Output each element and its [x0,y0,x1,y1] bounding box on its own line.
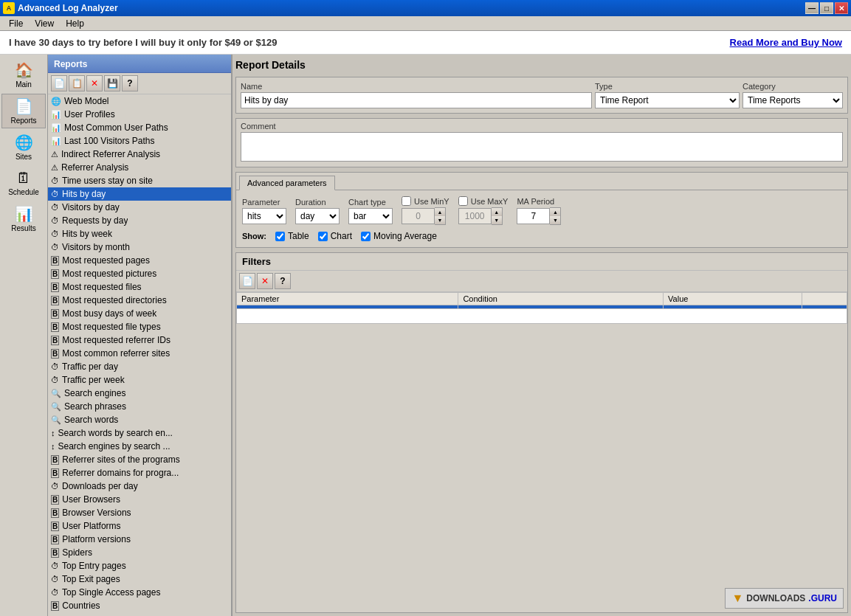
category-select[interactable]: Time Reports Traffic Reports Search Repo… [743,92,843,108]
report-item-search-words-by-search[interactable]: ↕ Search words by search en... [48,426,231,440]
use-max-y-checkbox[interactable] [458,196,468,206]
copy-report-button[interactable]: 📋 [69,75,85,91]
delete-report-button[interactable]: ✕ [86,75,103,91]
max-y-up-button[interactable]: ▲ [492,208,502,216]
sidebar-item-schedule[interactable]: 🗓 Schedule [1,166,46,200]
menu-file[interactable]: File [3,17,29,30]
report-item-most-requested-pages[interactable]: B Most requested pages [48,254,231,267]
search-words-icon: 🔍 [51,415,61,425]
sidebar-item-main[interactable]: 🏠 Main [1,58,46,92]
col-extra [802,293,847,305]
ma-period-spinner: 7 ▲ ▼ [517,207,561,225]
report-item-browser-versions[interactable]: B Browser Versions [48,506,231,519]
show-moving-avg-checkbox[interactable] [361,232,371,241]
chart-type-label: Chart type [348,198,393,207]
min-y-up-button[interactable]: ▲ [435,208,445,216]
report-item-most-requested-pictures[interactable]: B Most requested pictures [48,267,231,280]
report-item-spiders[interactable]: B Spiders [48,546,231,559]
ma-period-up-button[interactable]: ▲ [550,208,560,216]
maximize-button[interactable]: □ [820,2,833,14]
report-item-user-browsers[interactable]: B User Browsers [48,493,231,506]
show-moving-avg-label: Moving Average [373,231,437,241]
parameter-select[interactable]: hits visitors requests [242,208,286,224]
add-filter-button[interactable]: 📄 [239,273,255,289]
min-y-down-button[interactable]: ▼ [435,216,445,224]
sidebar-item-sites[interactable]: 🌐 Sites [1,130,46,165]
report-item-time-users-stay[interactable]: ⏱ Time users stay on site [48,174,231,187]
indirect-referrer-icon: ⚠ [51,150,58,159]
sidebar-item-results[interactable]: 📊 Results [1,201,46,236]
delete-filter-button[interactable]: ✕ [257,273,273,289]
report-item-web-model[interactable]: 🌐 Web Model [48,94,231,108]
user-platforms-icon: B [51,522,59,531]
minimize-button[interactable]: — [805,2,819,14]
max-y-down-button[interactable]: ▼ [492,216,502,224]
use-min-y-checkbox[interactable] [402,196,411,206]
show-table-checkbox[interactable] [275,232,285,241]
results-label: Results [11,224,35,232]
report-item-referrer-sites-programs[interactable]: B Referrer sites of the programs [48,453,231,466]
report-item-most-requested-files[interactable]: B Most requested files [48,280,231,294]
report-item-platform-versions[interactable]: B Platform versions [48,533,231,546]
top-entry-pages-icon: ⏱ [51,561,59,570]
report-item-top-single-access[interactable]: ⏱ Top Single Access pages [48,586,231,599]
col-value: Value [664,293,802,305]
show-chart-checkbox[interactable] [318,232,328,241]
max-y-group: Use MaxY 1000 ▲ ▼ [458,196,509,225]
report-item-search-phrases[interactable]: 🔍 Search phrases [48,400,231,413]
min-y-input[interactable]: 0 [402,208,435,224]
new-report-button[interactable]: 📄 [51,75,67,91]
traffic-per-week-icon: ⏱ [51,376,59,384]
report-item-last-100-visitors[interactable]: 📊 Last 100 Visitors Paths [48,134,231,148]
name-input[interactable] [241,92,592,108]
report-item-requests-by-day[interactable]: ⏱ Requests by day [48,214,231,227]
report-item-hits-by-week[interactable]: ⏱ Hits by week [48,227,231,240]
report-item-search-engines[interactable]: 🔍 Search engines [48,387,231,400]
report-item-top-entry-pages[interactable]: ⏱ Top Entry pages [48,559,231,572]
menu-help[interactable]: Help [60,17,90,30]
report-item-most-requested-dirs[interactable]: B Most requested directories [48,294,231,307]
sidebar-item-reports[interactable]: 📄 Reports [1,94,46,128]
ma-period-input[interactable]: 7 [517,208,550,224]
report-item-indirect-referrer[interactable]: ⚠ Indirect Referrer Analysis [48,148,231,161]
ma-period-down-button[interactable]: ▼ [550,216,560,224]
max-y-input[interactable]: 1000 [458,208,492,224]
report-item-most-common-referrer-sites[interactable]: B Most common referrer sites [48,347,231,360]
menu-view[interactable]: View [29,17,60,30]
report-item-downloads-per-day[interactable]: ⏱ Downloads per day [48,480,231,493]
save-report-button[interactable]: 💾 [104,75,120,91]
report-item-user-profiles[interactable]: 📊 User Profiles [48,108,231,121]
report-item-visitors-by-day[interactable]: ⏱ Visitors by day [48,201,231,214]
help-report-button[interactable]: ? [122,75,138,91]
advanced-parameters-tab[interactable]: Advanced parameters [239,176,335,190]
report-item-referrer-domains-programs[interactable]: B Referrer domains for progra... [48,466,231,480]
report-item-countries[interactable]: B Countries [48,599,231,612]
report-item-hits-by-day[interactable]: ⏱ Hits by day [48,187,231,201]
report-item-most-busy-days[interactable]: B Most busy days of week [48,307,231,320]
promo-link[interactable]: Read More and Buy Now [730,37,842,48]
close-button[interactable]: ✕ [835,2,848,14]
sites-label: Sites [15,153,32,161]
ma-period-label: MA Period [517,197,561,206]
report-item-most-req-file-types[interactable]: B Most requested file types [48,320,231,333]
results-icon: 📊 [15,205,33,223]
param-row: Parameter hits visitors requests Duratio… [242,196,841,225]
promo-bar: I have 30 days to try before I will buy … [0,31,851,55]
chart-type-select[interactable]: bar line area [348,208,393,224]
report-item-traffic-per-day[interactable]: ⏱ Traffic per day [48,360,231,373]
report-item-search-words[interactable]: 🔍 Search words [48,413,231,426]
report-item-visitors-by-month[interactable]: ⏱ Visitors by month [48,240,231,254]
report-item-user-platforms[interactable]: B User Platforms [48,519,231,533]
report-item-top-exit-pages[interactable]: ⏱ Top Exit pages [48,572,231,586]
comment-textarea[interactable] [241,132,843,162]
report-item-traffic-per-week[interactable]: ⏱ Traffic per week [48,373,231,387]
type-select[interactable]: Time Report Bar Report List Report [595,92,740,108]
report-item-most-common-user-paths[interactable]: 📊 Most Common User Paths [48,121,231,134]
downloads-per-day-icon: ⏱ [51,482,59,491]
duration-select[interactable]: day week month [295,208,340,224]
report-item-search-engines-by-search[interactable]: ↕ Search engines by search ... [48,440,231,453]
report-item-referrer-analysis[interactable]: ⚠ Referrer Analysis [48,161,231,174]
report-item-most-req-referrer-ids[interactable]: B Most requested referrer IDs [48,333,231,347]
traffic-per-day-icon: ⏱ [51,362,59,371]
help-filter-button[interactable]: ? [275,273,291,289]
